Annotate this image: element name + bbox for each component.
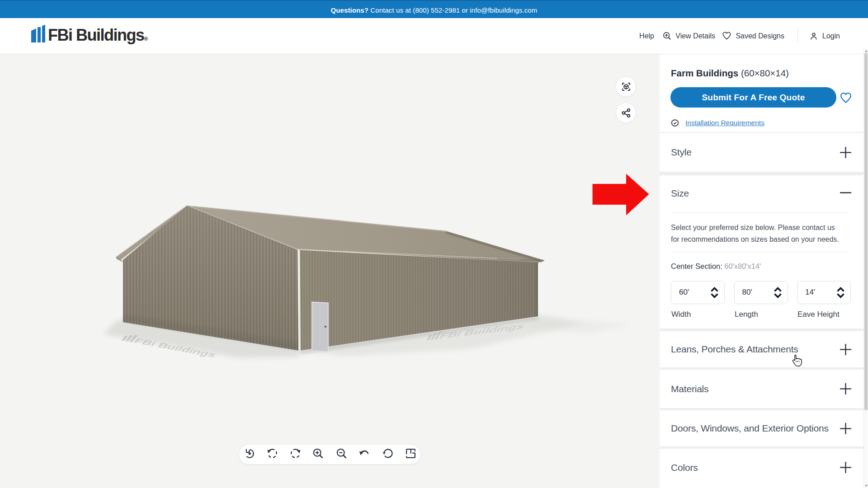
svg-text:FBi Buildings®: FBi Buildings® <box>48 26 148 44</box>
